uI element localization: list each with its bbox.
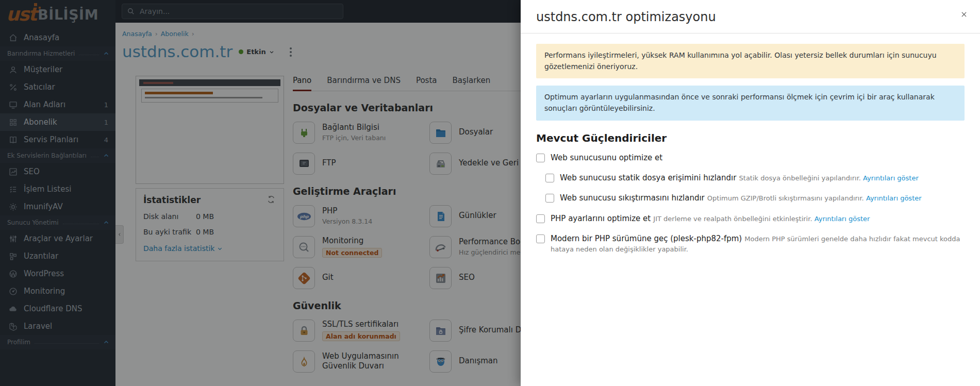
option-description: Optimum GZIP/Brotli sıkıştırmasını yapıl… [707, 194, 922, 202]
option-label[interactable]: Web sunucusu sıkıştırmasını hızlandır [560, 193, 705, 203]
checkbox-optimize-php[interactable] [536, 214, 545, 223]
checkbox-static-files[interactable] [545, 174, 554, 182]
modal-title: ustdns.com.tr optimizasyonu [536, 0, 965, 33]
modal-divider [521, 33, 980, 33]
option-label[interactable]: Web sunucusu statik dosya erişimini hızl… [560, 173, 736, 182]
option-optimize-web-server: Web sunucusunu optimize et [536, 153, 965, 163]
checkbox-modern-php[interactable] [536, 234, 545, 243]
plesk-app: ust BİLİŞİM Anasayfa Barındırma Hizmetle… [0, 0, 980, 386]
close-icon[interactable] [958, 9, 970, 20]
option-static-files: Web sunucusu statik dosya erişimini hızl… [545, 173, 965, 183]
option-modern-php: Modern bir PHP sürümüne geç (plesk-php82… [536, 233, 965, 254]
checkbox-optimize-web-server[interactable] [536, 154, 545, 162]
option-description: Statik dosya önbelleğini yapılandırır. A… [739, 174, 919, 182]
option-description: JIT derleme ve realpath önbelleğini etki… [653, 215, 870, 223]
optimization-modal: ustdns.com.tr optimizasyonu Performans i… [521, 0, 980, 386]
boosters-section-title: Mevcut Güçlendiriciler [536, 132, 965, 144]
option-description-text: JIT derleme ve realpath önbelleğini etki… [653, 215, 812, 223]
option-label[interactable]: Modern bir PHP sürümüne geç (plesk-php82… [551, 234, 742, 243]
option-label[interactable]: PHP ayarlarını optimize et [551, 214, 651, 223]
option-optimize-php: PHP ayarlarını optimize et JIT derleme v… [536, 213, 965, 224]
show-details-link[interactable]: Ayrıntıları göster [866, 194, 922, 202]
info-message: Optimum ayarların uygulanmasından önce v… [536, 86, 965, 120]
option-compression: Web sunucusu sıkıştırmasını hızlandır Op… [545, 193, 965, 203]
option-label[interactable]: Web sunucusunu optimize et [551, 153, 662, 162]
checkbox-compression[interactable] [545, 194, 554, 203]
show-details-link[interactable]: Ayrıntıları göster [815, 215, 870, 223]
option-description-text: Optimum GZIP/Brotli sıkıştırmasını yapıl… [707, 194, 864, 202]
option-description-text: Statik dosya önbelleğini yapılandırır. [739, 174, 861, 182]
show-details-link[interactable]: Ayrıntıları göster [863, 174, 919, 182]
warning-message: Performans iyileştirmeleri, yüksek RAM k… [536, 44, 965, 78]
